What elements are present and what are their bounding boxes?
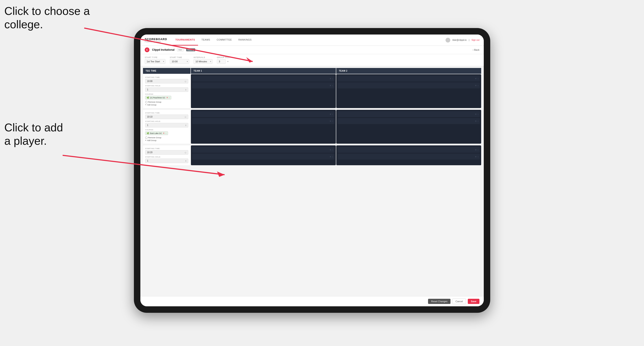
player-slot[interactable]: ✕ ↕ [192,75,334,82]
course-name-1: East Lake GC [150,132,162,134]
slot-x-icon[interactable]: ✕ [475,113,477,115]
intervals-label: Intervals [194,56,212,58]
course-tag-1[interactable]: 🌿 East Lake GC ✕ ↕ [145,131,168,135]
starting-time-label-1: STARTING TIME: [145,112,188,114]
player-slot[interactable]: ✕ ↕ [338,118,480,124]
save-button[interactable]: Save [468,299,480,304]
player-slot[interactable]: ✕ ↕ [338,75,480,82]
starting-hole-label-1: STARTING HOLE: [145,120,188,122]
start-time-select-wrap [170,59,189,64]
slot-x-icon[interactable]: ✕ [475,84,477,87]
starting-hole-input-0[interactable]: 1 ↕ [145,87,188,92]
slot-x-icon[interactable]: ✕ [475,77,477,80]
starting-time-input-0[interactable]: 10:00 ◵ [145,79,188,83]
slot-arrow-icon[interactable]: ↕ [332,120,333,122]
slot-arrow-icon[interactable]: ↕ [478,156,478,158]
bottom-bar: Reset Changes Cancel Save [140,296,484,306]
brand: SCOREBOARD Powered by clippd [145,37,167,43]
slot-x-icon[interactable]: ✕ [330,156,331,158]
add-group-1[interactable]: + Add Group [145,139,188,142]
team1-2: ✕ ↕ ✕ ↕ [191,145,336,165]
slot-arrow-icon[interactable]: ↕ [478,113,478,115]
remove-group-1[interactable]: ◯ Remove Group [145,136,188,139]
player-slot[interactable]: ✕ ↕ [338,111,480,117]
intervals-select[interactable]: 10 Minutes [194,59,212,64]
slot-x-icon[interactable]: ✕ [330,113,331,115]
th-team1: Team 1 [191,68,336,74]
annotation-top: Click to choose a college. [4,4,90,31]
starting-hole-input-1[interactable]: 1 ↕ [145,123,188,128]
tournament-logo: C [145,47,150,52]
slot-x-icon[interactable]: ✕ [330,77,331,80]
start-type-label: Start Type [145,56,166,58]
slot-arrow-icon[interactable]: ↕ [478,149,478,151]
tab-committee[interactable]: COMMITTEE [214,34,235,45]
course-tag-0[interactable]: 🌿 (A) Peachtree GC ✕ ↕ [145,96,171,99]
th-tee-time: Tee Time [143,68,190,74]
group-size-label: Group Size [217,56,230,58]
slot-arrow-icon[interactable]: ↕ [332,149,333,151]
player-slot[interactable]: ✕ ↕ [338,147,480,153]
course-remove-0[interactable]: ✕ [166,96,168,99]
player-slot[interactable]: ✕ ↕ [192,82,334,88]
player-slot[interactable]: ✕ ↕ [338,82,480,88]
team2-0: ✕ ↕ ✕ ↕ [336,74,481,108]
slot-arrow-icon[interactable]: ↕ [478,84,478,87]
cancel-button[interactable]: Cancel [452,299,466,304]
group-size-select[interactable]: 3 [217,59,226,64]
add-group-0[interactable]: + Add Group [145,104,188,106]
slot-x-icon[interactable]: ✕ [330,84,331,87]
nav-tabs: TOURNAMENTS TEAMS COMMITTEE RANKINGS [172,34,254,45]
user-email: blair@clippd.io [452,39,467,41]
start-type-select[interactable]: 1st Tee Start [145,59,166,64]
slot-arrow-icon[interactable]: ↕ [332,77,333,80]
start-time-input[interactable] [170,59,189,64]
starting-hole-input-2[interactable]: 1 ↕ [145,159,188,163]
slot-x-icon[interactable]: ✕ [330,120,331,122]
annotation-bottom: Click to add a player. [4,121,63,148]
tournament-name: Clippd Invitational [152,48,174,51]
group-size-select-wrap: 3 [217,59,230,64]
slot-x-icon[interactable]: ✕ [475,149,477,151]
remove-group-0[interactable]: ◯ Remove Group [145,101,188,103]
slot-arrow-icon[interactable]: ↕ [332,113,333,115]
action-links-0: ◯ Remove Group + Add Group [145,101,188,106]
player-slot[interactable]: ✕ ↕ [192,154,334,160]
start-time-label: Start Time [170,56,189,58]
starting-time-label-0: STARTING TIME: [145,76,188,78]
separator: | [469,39,470,41]
brand-sub: Powered by clippd [145,41,167,43]
slot-arrow-icon[interactable]: ↕ [478,120,478,122]
slot-arrow-icon[interactable]: ↕ [478,77,478,80]
slot-x-icon[interactable]: ✕ [475,156,477,158]
group-size-group: Group Size 3 [217,56,230,64]
action-links-1: ◯ Remove Group + Add Group [145,136,188,142]
tablet-screen: SCOREBOARD Powered by clippd TOURNAMENTS… [140,34,484,306]
reset-button[interactable]: Reset Changes [428,299,450,304]
team2-1: ✕ ↕ ✕ ↕ [336,110,481,144]
app-header: SCOREBOARD Powered by clippd TOURNAMENTS… [140,34,484,46]
table-header: Tee Time Team 1 Team 2 [140,68,484,74]
slot-arrow-icon[interactable]: ↕ [332,84,333,87]
tab-rankings[interactable]: RANKINGS [236,34,254,45]
course-label-1: COURSE: [145,129,188,131]
slot-arrow-icon[interactable]: ↕ [332,156,333,158]
tee-left-0: STARTING TIME: 10:00 ◵ STARTING HOLE: 1 … [143,74,190,108]
player-slot[interactable]: ✕ ↕ [192,147,334,153]
tab-teams[interactable]: TEAMS [198,34,213,45]
course-remove-1[interactable]: ✕ [163,132,164,134]
player-slot[interactable]: ✕ ↕ [192,111,334,117]
starting-time-input-1[interactable]: 10:10 ◵ [145,115,188,119]
table-row: STARTING TIME: 10:20 ◵ STARTING HOLE: 1 … [140,145,484,165]
starting-hole-label-2: STARTING HOLE: [145,156,188,158]
player-slot[interactable]: ✕ ↕ [338,154,480,160]
tab-tournaments[interactable]: TOURNAMENTS [172,34,198,45]
slot-x-icon[interactable]: ✕ [475,120,477,122]
brand-title: SCOREBOARD [145,37,167,41]
slot-x-icon[interactable]: ✕ [330,149,331,151]
sign-out-link[interactable]: Sign out [472,39,480,41]
starting-time-input-2[interactable]: 10:20 ◵ [145,150,188,155]
player-slot[interactable]: ✕ ↕ [192,118,334,124]
back-button[interactable]: ‹ Back [473,48,480,51]
team1-1: ✕ ↕ ✕ ↕ [191,110,336,144]
